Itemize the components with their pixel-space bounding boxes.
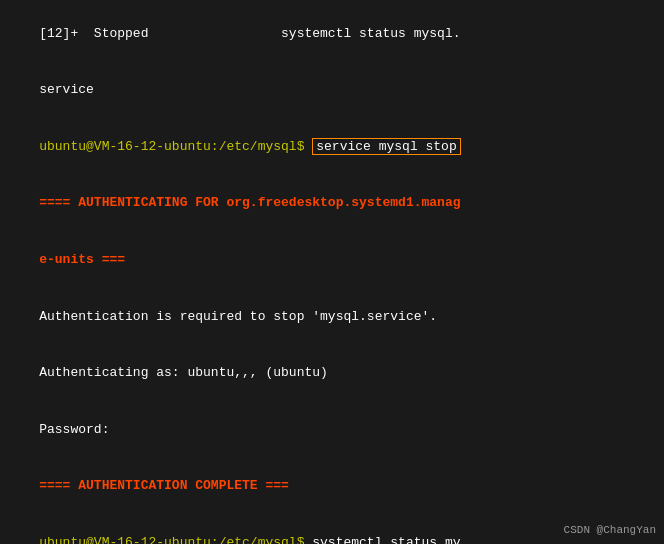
line-auth-complete: ==== AUTHENTICATION COMPLETE === bbox=[8, 458, 656, 515]
prompt2-text: ubuntu@VM-16-12-ubuntu:/etc/mysql$ bbox=[39, 535, 312, 544]
line-stopped1b: service bbox=[8, 63, 656, 120]
cmd2-text: systemctl status my bbox=[312, 535, 460, 544]
line-auth-header: ==== AUTHENTICATING FOR org.freedesktop.… bbox=[8, 176, 656, 233]
line-prompt2: ubuntu@VM-16-12-ubuntu:/etc/mysql$ syste… bbox=[8, 515, 656, 544]
line-stopped1: [12]+ Stopped systemctl status mysql. bbox=[8, 6, 656, 63]
line-auth2: Authenticating as: ubuntu,,, (ubuntu) bbox=[8, 345, 656, 402]
watermark-text: CSDN @ChangYan bbox=[564, 524, 656, 536]
terminal-window: [12]+ Stopped systemctl status mysql. se… bbox=[0, 0, 664, 544]
cmd1-highlighted: service mysql stop bbox=[312, 138, 460, 155]
line-auth-header2: e-units === bbox=[8, 232, 656, 289]
line-prompt1: ubuntu@VM-16-12-ubuntu:/etc/mysql$ servi… bbox=[8, 119, 656, 176]
line-auth1: Authentication is required to stop 'mysq… bbox=[8, 289, 656, 346]
prompt1-text: ubuntu@VM-16-12-ubuntu:/etc/mysql$ bbox=[39, 139, 312, 154]
line-password: Password: bbox=[8, 402, 656, 459]
